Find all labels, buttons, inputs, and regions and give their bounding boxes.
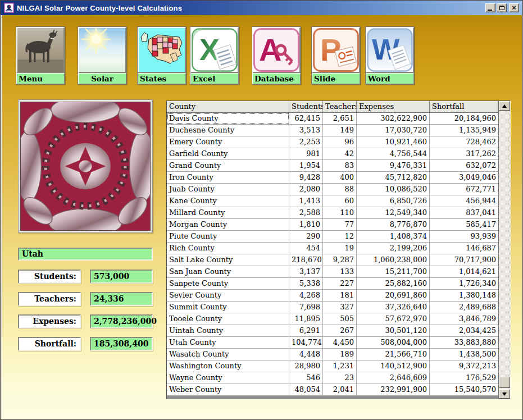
table-row[interactable]: Piute County 290 12 1,408,374 93,939 — [167, 231, 498, 243]
shortfall-cell: 317,262 — [430, 148, 498, 159]
table-row[interactable]: San Juan County 3,137 133 15,211,700 1,0… — [167, 266, 498, 278]
table-row[interactable]: Sevier County 4,268 181 20,691,860 1,380… — [167, 290, 498, 302]
expenses-field[interactable]: 2,778,236,000 — [90, 314, 153, 328]
county-cell: Davis County — [167, 113, 289, 124]
students-cell: 1,413 — [289, 195, 323, 207]
county-table-body: County Students Teachers Expenses Shortf… — [167, 101, 498, 399]
table-row[interactable]: Duchesne County 3,513 149 17,030,720 1,1… — [167, 125, 498, 136]
toolbar-button-database[interactable]: A Database — [252, 26, 301, 85]
table-row[interactable]: Tooele County 11,895 505 57,672,970 3,84… — [167, 313, 498, 325]
scroll-up-button[interactable] — [499, 101, 510, 111]
toolbar-button-menu[interactable]: Menu — [16, 26, 65, 85]
county-cell: Wayne County — [167, 372, 289, 384]
column-header-county[interactable]: County — [167, 101, 289, 112]
teachers-cell: 110 — [323, 207, 357, 218]
students-cell: 28,980 — [289, 360, 323, 372]
students-cell: 9,428 — [289, 172, 323, 183]
table-row[interactable]: Utah County 104,774 4,450 508,004,000 33… — [167, 337, 498, 349]
expenses-cell: 302,622,900 — [357, 113, 430, 124]
toolbar-button-word[interactable]: W Word — [365, 26, 415, 85]
expenses-cell: 15,211,700 — [357, 266, 430, 277]
teachers-cell: 181 — [323, 290, 357, 301]
table-row[interactable]: Garfield County 981 42 4,756,544 317,262 — [167, 148, 498, 160]
shortfall-cell: 3,049,046 — [430, 172, 498, 183]
students-field[interactable]: 573,000 — [90, 270, 153, 284]
window-title: NILGAI Solar Power County-level Calculat… — [17, 4, 485, 12]
maximize-icon — [499, 6, 504, 10]
teachers-cell: 227 — [323, 278, 357, 289]
students-cell: 62,415 — [289, 113, 323, 124]
expenses-cell: 25,882,160 — [357, 278, 430, 289]
teachers-cell: 42 — [323, 148, 357, 159]
expenses-cell: 2,199,206 — [357, 243, 430, 254]
toolbar-button-slide[interactable]: P Slide — [311, 26, 361, 85]
table-row[interactable]: Kane County 1,413 60 6,850,726 456,944 — [167, 195, 498, 207]
students-cell: 48,054 — [289, 384, 323, 395]
students-cell: 3,137 — [289, 266, 323, 277]
powerpoint-logo-icon: P — [312, 27, 360, 73]
toolbar-button-excel[interactable]: X Excel — [190, 26, 239, 85]
teachers-cell: 267 — [323, 325, 357, 336]
expenses-cell: 232,991,900 — [357, 384, 430, 395]
table-header-row: County Students Teachers Expenses Shortf… — [167, 101, 498, 113]
toolbar-button-states[interactable]: States — [137, 26, 187, 85]
students-cell: 1,810 — [289, 219, 323, 230]
expenses-cell: 20,691,860 — [357, 290, 430, 301]
table-row[interactable]: Juab County 2,080 88 10,086,520 672,771 — [167, 184, 498, 195]
toolbar-button-solar[interactable]: Solar — [78, 26, 127, 85]
svg-text:A: A — [259, 32, 281, 67]
teachers-field[interactable]: 24,336 — [90, 292, 153, 306]
column-header-teachers[interactable]: Teachers — [323, 101, 357, 112]
shortfall-cell: 632,072 — [430, 160, 498, 171]
column-header-shortfall[interactable]: Shortfall — [430, 101, 498, 112]
table-row[interactable]: Davis County 62,415 2,651 302,622,900 20… — [167, 113, 498, 125]
students-cell: 2,080 — [289, 184, 323, 195]
scrollbar-thumb[interactable] — [499, 377, 510, 388]
table-row[interactable]: Emery County 2,253 96 10,921,460 728,462 — [167, 136, 498, 148]
expenses-cell: 37,326,640 — [357, 302, 430, 313]
shortfall-cell: 70,717,900 — [430, 254, 498, 266]
table-row[interactable]: Washington County 28,980 1,231 140,512,9… — [167, 360, 498, 372]
table-row[interactable]: Salt Lake County 218,670 9,287 1,060,238… — [167, 254, 498, 266]
scroll-down-button[interactable] — [499, 389, 510, 399]
table-row[interactable]: Wayne County 546 23 2,646,609 176,529 — [167, 372, 498, 384]
county-cell: Piute County — [167, 231, 289, 242]
table-row[interactable]: Morgan County 1,810 77 8,776,870 585,417 — [167, 219, 498, 231]
table-row[interactable]: Sanpete County 5,338 227 25,882,160 1,72… — [167, 278, 498, 290]
sun-sky-icon — [78, 27, 126, 73]
table-row[interactable]: Grand County 1,954 83 9,476,331 632,072 — [167, 160, 498, 172]
county-cell: Sanpete County — [167, 278, 289, 289]
shortfall-field[interactable]: 185,308,400 — [90, 337, 153, 351]
minimize-button[interactable] — [485, 3, 495, 12]
state-name-field[interactable]: Utah — [18, 248, 153, 261]
county-table: County Students Teachers Expenses Shortf… — [166, 101, 511, 399]
window-content: Menu — [1, 15, 523, 420]
expenses-cell: 30,501,120 — [357, 325, 430, 336]
table-row[interactable]: Wasatch County 4,448 189 21,566,710 1,43… — [167, 349, 498, 360]
students-cell: 454 — [289, 243, 323, 254]
toolbar-label-slide: Slide — [312, 73, 360, 84]
column-header-expenses[interactable]: Expenses — [357, 101, 430, 112]
shortfall-cell: 1,438,500 — [430, 349, 498, 360]
table-row[interactable]: Weber County 48,054 2,041 232,991,900 15… — [167, 384, 498, 396]
table-row[interactable]: Summit County 7,698 327 37,326,640 2,489… — [167, 302, 498, 313]
column-header-students[interactable]: Students — [289, 101, 323, 112]
table-row[interactable]: Millard County 2,588 110 12,549,340 837,… — [167, 207, 498, 219]
county-cell: Summit County — [167, 302, 289, 313]
shortfall-label: Shortfall: — [18, 337, 81, 351]
expenses-cell: 10,086,520 — [357, 184, 430, 195]
teachers-cell: 2,041 — [323, 384, 357, 395]
arrow-up-icon — [502, 104, 507, 108]
expenses-cell: 140,512,900 — [357, 360, 430, 372]
vertical-scrollbar[interactable] — [498, 101, 510, 399]
table-row[interactable]: Iron County 9,428 400 45,712,820 3,049,0… — [167, 172, 498, 184]
maximize-button[interactable] — [497, 3, 507, 12]
table-row[interactable]: Rich County 454 19 2,199,206 146,687 — [167, 243, 498, 254]
table-row[interactable]: Uintah County 6,291 267 30,501,120 2,034… — [167, 325, 498, 337]
teachers-cell: 60 — [323, 195, 357, 207]
students-cell: 5,338 — [289, 278, 323, 289]
close-button[interactable]: × — [509, 3, 519, 12]
fractal-image — [18, 99, 153, 233]
word-logo-icon: W — [366, 27, 414, 73]
students-cell: 3,513 — [289, 125, 323, 136]
